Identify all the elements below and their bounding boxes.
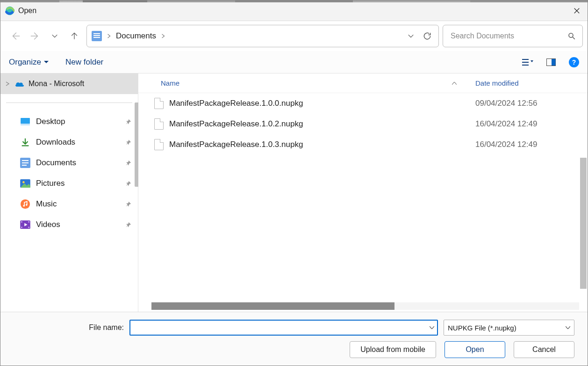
view-mode-menu[interactable] [522, 57, 533, 68]
pin-icon [125, 160, 131, 166]
upload-label: Upload from mobile [360, 345, 425, 354]
file-row[interactable]: ManifestPackageRelease.1.0.3.nupkg16/04/… [138, 134, 588, 155]
file-name: ManifestPackageRelease.1.0.2.nupkg [169, 119, 475, 129]
forward-button[interactable] [29, 30, 41, 42]
sidebar-root-onedrive[interactable]: Mona - Microsoft [0, 73, 138, 94]
search-input[interactable] [450, 31, 567, 41]
file-icon [154, 118, 164, 130]
file-type-filter-label: NUPKG File (*.nupkg) [448, 324, 516, 332]
pin-icon [125, 181, 131, 187]
cancel-label: Cancel [532, 345, 556, 354]
svg-rect-18 [28, 221, 29, 223]
organize-label: Organize [9, 58, 41, 67]
chevron-right-icon[interactable] [161, 34, 165, 38]
sidebar-item-documents[interactable]: Documents [0, 153, 138, 173]
svg-rect-16 [21, 221, 22, 223]
back-button[interactable] [10, 30, 21, 42]
svg-rect-9 [22, 165, 27, 166]
recent-locations-dropdown[interactable] [49, 30, 60, 42]
filename-input[interactable] [129, 320, 438, 336]
file-type-filter[interactable]: NUPKG File (*.nupkg) [444, 320, 574, 336]
sidebar-item-label: Documents [36, 158, 76, 168]
svg-point-13 [23, 205, 25, 207]
sidebar-item-desktop[interactable]: Desktop [0, 111, 138, 132]
preview-pane-toggle[interactable] [545, 57, 557, 68]
downloads-icon [20, 137, 30, 147]
organize-menu[interactable]: Organize [9, 58, 49, 67]
svg-rect-17 [21, 227, 22, 228]
documents-folder-icon [92, 31, 102, 41]
sidebar-separator [6, 102, 132, 103]
sidebar-item-downloads[interactable]: Downloads [0, 132, 138, 153]
pin-icon [125, 139, 131, 146]
refresh-button[interactable] [421, 29, 434, 43]
sidebar-item-videos[interactable]: Videos [0, 214, 138, 235]
svg-rect-7 [22, 160, 29, 161]
file-date: 09/04/2024 12:56 [475, 99, 588, 108]
breadcrumb-location[interactable]: Documents [116, 31, 156, 41]
svg-rect-3 [552, 59, 556, 66]
svg-rect-19 [28, 227, 29, 228]
pin-icon [125, 119, 131, 125]
svg-point-12 [21, 199, 30, 209]
svg-point-14 [26, 204, 28, 206]
sidebar-item-pictures[interactable]: Pictures [0, 173, 138, 194]
file-row[interactable]: ManifestPackageRelease.1.0.2.nupkg16/04/… [138, 114, 588, 134]
dialog-footer: File name: NUPKG File (*.nupkg) Upload f… [0, 312, 588, 366]
new-folder-label: New folder [65, 58, 103, 67]
upload-from-mobile-button[interactable]: Upload from mobile [350, 341, 436, 358]
sidebar-root-label: Mona - Microsoft [29, 80, 84, 88]
file-list-header: Name Date modified [138, 73, 588, 93]
documents-icon [20, 158, 30, 168]
search-box[interactable] [443, 25, 583, 47]
vertical-scrollbar-thumb[interactable] [580, 158, 587, 289]
chevron-right-icon [5, 81, 10, 86]
column-date-label: Date modified [475, 79, 519, 87]
search-icon [567, 32, 576, 40]
svg-rect-8 [22, 162, 29, 163]
address-dropdown[interactable] [406, 31, 416, 41]
horizontal-scrollbar[interactable] [151, 302, 579, 310]
file-pane: Name Date modified ManifestPackageReleas… [138, 73, 588, 312]
file-list: ManifestPackageRelease.1.0.0.nupkg09/04/… [138, 93, 588, 302]
new-folder-button[interactable]: New folder [65, 58, 103, 67]
open-button[interactable]: Open [445, 341, 505, 358]
svg-point-1 [569, 33, 573, 37]
chevron-right-icon [107, 34, 111, 38]
sidebar-item-music[interactable]: Music [0, 194, 138, 214]
column-header-date[interactable]: Date modified [475, 79, 588, 87]
address-bar[interactable]: Documents [86, 25, 439, 47]
pin-icon [125, 222, 131, 228]
sidebar-quick-access: DesktopDownloadsDocumentsPicturesMusicVi… [0, 111, 138, 235]
help-button[interactable]: ? [569, 57, 579, 67]
pictures-icon [20, 178, 30, 189]
cancel-button[interactable]: Cancel [514, 341, 574, 358]
sidebar-item-label: Music [36, 199, 57, 209]
svg-point-11 [22, 181, 25, 183]
edge-browser-icon [5, 6, 14, 15]
up-button[interactable] [69, 30, 80, 42]
svg-rect-4 [21, 118, 30, 124]
pin-icon [125, 201, 131, 207]
file-date: 16/04/2024 12:49 [475, 119, 588, 129]
navigation-sidebar: Mona - Microsoft DesktopDownloadsDocumen… [0, 73, 138, 312]
window-title: Open [18, 7, 36, 15]
file-row[interactable]: ManifestPackageRelease.1.0.0.nupkg09/04/… [138, 93, 588, 114]
titlebar: Open [0, 0, 588, 21]
file-icon [154, 139, 164, 150]
open-label: Open [466, 345, 484, 354]
onedrive-icon [14, 81, 24, 87]
column-header-name[interactable]: Name [161, 79, 475, 87]
videos-icon [20, 220, 30, 230]
sidebar-item-label: Videos [36, 220, 60, 229]
horizontal-scrollbar-thumb[interactable] [151, 302, 394, 310]
music-icon [20, 199, 30, 209]
column-name-label: Name [161, 79, 179, 87]
sidebar-item-label: Downloads [36, 138, 75, 147]
filename-label: File name: [0, 323, 124, 332]
toolbar: Organize New folder ? [0, 51, 588, 73]
desktop-icon [20, 117, 30, 127]
close-button[interactable] [566, 0, 588, 21]
navigation-row: Documents [0, 21, 588, 51]
background-chrome-strip [0, 0, 588, 2]
